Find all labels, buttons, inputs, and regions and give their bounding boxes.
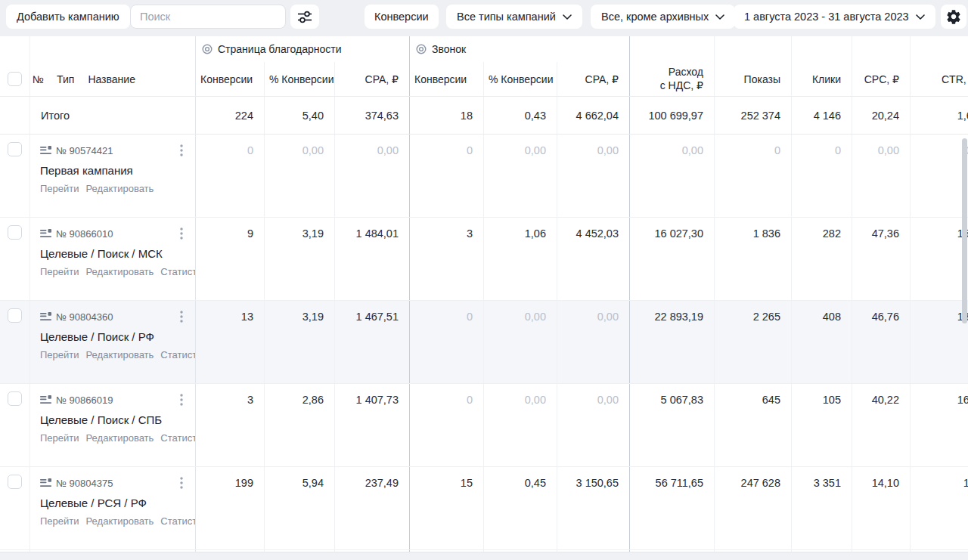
chevron-down-icon: [916, 14, 925, 20]
campaign-name[interactable]: Целевые / Поиск / СПБ: [40, 413, 195, 426]
campaign-name[interactable]: Целевые / РСЯ / РФ: [40, 497, 195, 509]
edit-link[interactable]: Редактировать: [86, 349, 154, 360]
col-header-cpc[interactable]: CPC, ₽: [852, 62, 911, 96]
column-group-thank-you-page: Страница благодарности: [196, 36, 410, 62]
edit-link[interactable]: Редактировать: [86, 266, 154, 277]
cell-spend: 22 893,19: [630, 301, 715, 383]
kebab-menu-icon[interactable]: [177, 309, 186, 324]
row-checkbox[interactable]: [8, 142, 22, 156]
cell-spend: 56 711,65: [630, 467, 715, 549]
cell-call-conv-rate: 1,06: [484, 218, 557, 300]
cell-spend: 5 067,83: [630, 384, 715, 466]
settings-button[interactable]: [941, 5, 966, 29]
kebab-menu-icon[interactable]: [177, 392, 186, 407]
row-checkbox[interactable]: [8, 475, 22, 489]
gear-icon: [945, 8, 962, 25]
cell-typ-cpa: 1 467,51: [335, 301, 410, 383]
col-header-call-cpa[interactable]: CPA, ₽: [557, 62, 630, 96]
col-header-ctr[interactable]: CTR, %: [911, 62, 968, 96]
cell-typ-conv-rate: 5,94: [265, 467, 335, 549]
stats-link[interactable]: Статистика: [160, 515, 196, 527]
col-header-typ-cpa[interactable]: CPA, ₽: [335, 62, 410, 96]
edit-link[interactable]: Редактировать: [86, 515, 154, 527]
row-checkbox[interactable]: [8, 225, 22, 240]
group-label: Страница благодарности: [218, 43, 341, 55]
cell-typ-conversions: 224: [196, 97, 265, 134]
col-header-clicks[interactable]: Клики: [792, 62, 852, 96]
vertical-scrollbar[interactable]: [962, 138, 967, 323]
cell-ctr: 16,2: [911, 384, 968, 466]
cell-call-conversions: 0: [410, 384, 484, 466]
column-header-row: № Тип Название Конверсии % Конверсии CPA…: [0, 62, 968, 97]
totals-label: Итого: [30, 97, 196, 134]
go-link[interactable]: Перейти: [40, 515, 79, 527]
cell-impressions: 1 836: [715, 218, 792, 300]
sliders-icon: [297, 11, 312, 23]
date-range-picker[interactable]: 1 августа 2023 - 31 августа 2023: [734, 5, 935, 29]
conversions-button[interactable]: Конверсии: [365, 5, 439, 29]
campaign-type-icon: [40, 478, 51, 488]
campaign-name[interactable]: Целевые / Поиск / МСК: [40, 247, 195, 260]
stats-link[interactable]: Статистика: [160, 432, 196, 444]
col-header-typ-conversion-rate[interactable]: % Конверсии: [265, 62, 335, 96]
campaign-id: № 90866019: [56, 394, 113, 406]
col-header-impressions[interactable]: Показы: [715, 62, 792, 96]
edit-link[interactable]: Редактировать: [86, 183, 154, 194]
col-header-call-conversion-rate[interactable]: % Конверсии: [484, 62, 557, 96]
cell-typ-cpa: 237,49: [335, 467, 410, 549]
col-header-num[interactable]: №: [33, 73, 44, 85]
cell-typ-conversions: 9: [196, 218, 265, 300]
go-link[interactable]: Перейти: [40, 432, 79, 444]
cell-impressions: 0: [715, 135, 792, 217]
date-range-label: 1 августа 2023 - 31 августа 2023: [744, 11, 909, 23]
cell-cpc: 46,76: [852, 301, 911, 383]
row-checkbox[interactable]: [8, 391, 22, 406]
campaign-type-filter-label: Все типы кампаний: [457, 11, 556, 23]
cell-cpc: 14,10: [852, 467, 911, 549]
kebab-menu-icon[interactable]: [177, 475, 186, 490]
spend-line1: Расход: [669, 66, 703, 79]
campaigns-page: Добавить кампанию Конверсии Все типы кам…: [0, 0, 968, 560]
go-link[interactable]: Перейти: [40, 183, 79, 194]
spend-line2: с НДС, ₽: [660, 79, 703, 93]
horizontal-scrollbar[interactable]: [0, 552, 968, 560]
cell-typ-cpa: 0,00: [335, 135, 410, 217]
cell-spend: 16 027,30: [630, 218, 715, 300]
archive-filter-dropdown[interactable]: Все, кроме архивных: [591, 5, 735, 29]
col-header-call-conversions[interactable]: Конверсии: [410, 62, 484, 96]
row-checkbox[interactable]: [8, 308, 22, 323]
stats-link[interactable]: Статистика: [160, 349, 196, 360]
col-header-name[interactable]: Название: [88, 73, 135, 85]
kebab-menu-icon[interactable]: [177, 143, 186, 158]
edit-link[interactable]: Редактировать: [86, 432, 154, 444]
col-header-typ-conversions[interactable]: Конверсии: [196, 62, 265, 96]
cell-call-cpa: 0,00: [557, 301, 630, 383]
col-header-spend[interactable]: Расход с НДС, ₽: [630, 62, 715, 96]
col-header-type[interactable]: Тип: [57, 73, 74, 85]
campaign-name[interactable]: Первая кампания: [40, 164, 195, 177]
cell-impressions: 2 265: [715, 301, 792, 383]
cell-clicks: 4 146: [792, 97, 852, 134]
search-input[interactable]: [130, 5, 286, 29]
campaign-row: № 90574421 Первая кампания Перейти Редак…: [0, 135, 968, 218]
filter-button[interactable]: [290, 5, 319, 29]
select-all-checkbox[interactable]: [8, 72, 22, 86]
add-campaign-button[interactable]: Добавить кампанию: [6, 5, 130, 29]
cell-call-conversions: 0: [410, 301, 484, 383]
campaign-name[interactable]: Целевые / Поиск / РФ: [40, 330, 195, 343]
go-link[interactable]: Перейти: [40, 266, 79, 277]
cell-ctr: 18,0: [911, 301, 968, 383]
cell-call-conv-rate: 0,00: [484, 384, 557, 466]
cell-cpc: 20,24: [852, 97, 911, 134]
toolbar: Добавить кампанию Конверсии Все типы кам…: [0, 0, 968, 36]
cell-typ-conv-rate: 5,40: [265, 97, 335, 134]
cell-call-cpa: 0,00: [557, 384, 630, 466]
campaign-type-filter-dropdown[interactable]: Все типы кампаний: [446, 5, 582, 29]
kebab-menu-icon[interactable]: [177, 226, 186, 241]
cell-impressions: 645: [715, 384, 792, 466]
target-icon: [202, 44, 213, 54]
cell-ctr: 0,0: [911, 135, 968, 217]
go-link[interactable]: Перейти: [40, 349, 79, 360]
campaign-id: № 90866010: [56, 228, 113, 240]
stats-link[interactable]: Статистика: [160, 266, 196, 277]
